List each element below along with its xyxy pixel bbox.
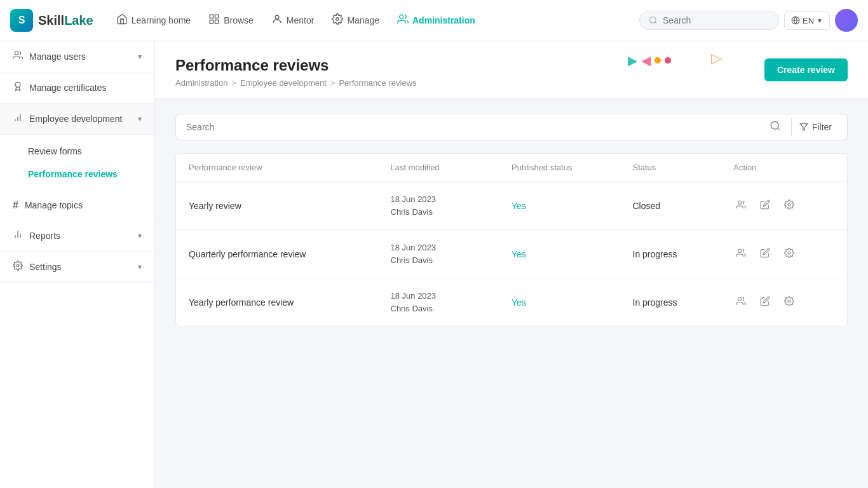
svg-point-21 (738, 249, 742, 252)
sidebar-item-performance-reviews[interactable]: Performance reviews (0, 163, 154, 186)
row-modified-2: 18 Jun 2023 Chris Davis (391, 290, 512, 315)
manage-topics-icon: # (13, 200, 18, 211)
main-content: ▶ ◀ ▷ Performance reviews Administration… (155, 41, 868, 488)
globe-icon (791, 16, 800, 25)
svg-point-7 (650, 17, 656, 23)
lang-chevron-icon: ▼ (817, 17, 823, 24)
action-edit-button-1[interactable] (757, 245, 773, 263)
logo-text: SkillLake (38, 13, 93, 28)
sidebar-item-reports[interactable]: Reports ▾ (0, 220, 154, 252)
sidebar: Manage users ▾ Manage certificates Emplo… (0, 41, 155, 488)
action-users-button-0[interactable] (733, 197, 749, 215)
users-icon (736, 248, 746, 258)
action-edit-button-2[interactable] (757, 294, 773, 311)
table-row: Quarterly performance review 18 Jun 2023… (176, 230, 847, 278)
row-modified-1: 18 Jun 2023 Chris Davis (391, 241, 512, 266)
page-header: ▶ ◀ ▷ Performance reviews Administration… (155, 41, 868, 98)
deco-dot-icon (654, 57, 661, 64)
sidebar-item-review-forms[interactable]: Review forms (0, 140, 154, 163)
nav-item-manage[interactable]: Manage (324, 8, 387, 32)
gear-icon (784, 200, 794, 210)
filter-button[interactable]: Filter (791, 118, 839, 136)
row-status-0: Closed (633, 201, 734, 211)
deco-right-arrow-icon: ▷ (711, 50, 722, 67)
row-modified-0: 18 Jun 2023 Chris Davis (391, 193, 512, 218)
col-header-published-status: Published status (512, 163, 633, 172)
sidebar-item-settings[interactable]: Settings ▾ (0, 252, 154, 283)
language-selector[interactable]: EN ▼ (784, 11, 830, 30)
page-title: Performance reviews (175, 57, 848, 74)
edit-icon (760, 248, 770, 258)
nav-item-administration[interactable]: Administration (390, 8, 483, 32)
content-area: Filter Performance review Last modified … (155, 98, 868, 342)
svg-point-10 (15, 51, 18, 55)
col-header-last-modified: Last modified (391, 163, 512, 172)
col-header-status: Status (633, 163, 734, 172)
nav-item-mentor[interactable]: Mentor (264, 8, 322, 32)
sidebar-item-employee-development[interactable]: Employee development ▾ (0, 104, 154, 135)
top-search-bar[interactable] (639, 11, 779, 30)
row-title-2: Yearly performance review (189, 297, 391, 308)
svg-point-4 (275, 15, 279, 19)
sidebar-item-manage-topics[interactable]: # Manage topics (0, 191, 154, 220)
settings-icon (13, 261, 23, 273)
svg-point-6 (400, 15, 403, 18)
sidebar-item-manage-users[interactable]: Manage users ▾ (0, 41, 154, 72)
col-header-action: Action (733, 163, 834, 172)
row-published-2: Yes (512, 297, 633, 308)
action-users-button-1[interactable] (733, 245, 749, 263)
sidebar-item-manage-certificates[interactable]: Manage certificates (0, 72, 154, 104)
row-actions-0 (733, 197, 834, 215)
svg-rect-3 (210, 20, 213, 24)
svg-rect-0 (210, 15, 213, 18)
svg-point-20 (788, 203, 790, 206)
manage-users-icon (13, 50, 23, 63)
svg-point-24 (788, 300, 790, 302)
avatar[interactable] (835, 9, 858, 32)
logo-icon: S (10, 9, 33, 32)
table-row: Yearly review 18 Jun 2023 Chris Davis Ye… (176, 182, 847, 230)
action-settings-button-0[interactable] (782, 197, 797, 215)
deco-dot2-icon (665, 57, 671, 64)
settings-chevron: ▾ (138, 262, 142, 271)
nav-item-learning-home[interactable]: Learning home (109, 8, 198, 32)
action-edit-button-0[interactable] (757, 197, 773, 215)
employee-development-submenu: Review forms Performance reviews (0, 135, 154, 191)
nav-item-browse[interactable]: Browse (201, 8, 261, 32)
edit-icon (760, 200, 770, 210)
svg-rect-1 (215, 15, 219, 18)
manage-icon (332, 13, 343, 27)
content-search-button[interactable] (770, 120, 781, 135)
action-settings-button-1[interactable] (782, 245, 797, 263)
employee-development-icon (13, 112, 23, 125)
create-review-button[interactable]: Create review (764, 58, 848, 81)
search-filter-row: Filter (175, 114, 848, 140)
deco-left-arrow-icon: ◀ (641, 53, 651, 68)
row-actions-2 (733, 294, 834, 311)
top-nav: S SkillLake Learning home Browse Mentor (0, 0, 868, 41)
layout: Manage users ▾ Manage certificates Emplo… (0, 41, 868, 488)
top-search-icon (649, 16, 658, 25)
row-status-1: In progress (633, 249, 734, 259)
gear-icon (784, 248, 794, 258)
svg-point-19 (738, 201, 742, 204)
row-published-0: Yes (512, 201, 633, 211)
filter-icon (799, 123, 808, 132)
decorative-shapes: ▶ ◀ ▷ (628, 53, 671, 68)
svg-point-22 (788, 252, 790, 254)
svg-point-16 (771, 121, 778, 129)
breadcrumb: Administration > Employee development > … (175, 78, 848, 88)
svg-point-23 (738, 297, 742, 301)
manage-certificates-icon (13, 81, 23, 94)
edit-icon (760, 296, 770, 306)
top-search-input[interactable] (663, 15, 758, 25)
action-users-button-2[interactable] (733, 294, 749, 311)
logo[interactable]: S SkillLake (10, 9, 93, 32)
action-settings-button-2[interactable] (782, 294, 797, 311)
row-title-0: Yearly review (189, 201, 391, 211)
performance-reviews-table: Performance review Last modified Publish… (175, 153, 848, 327)
col-header-performance-review: Performance review (189, 163, 391, 172)
learning-home-icon (116, 13, 128, 27)
content-search-input[interactable] (184, 117, 762, 137)
reports-icon (13, 229, 23, 242)
